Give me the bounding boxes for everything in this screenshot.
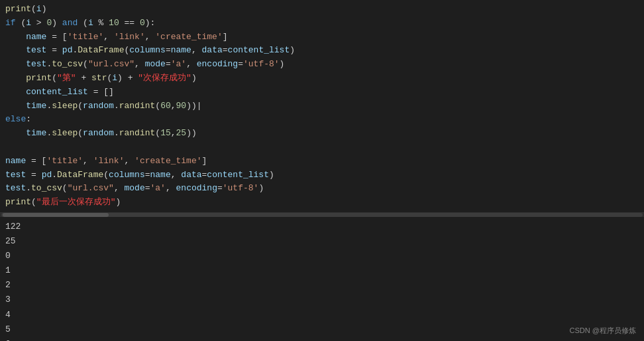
- code-line-8: time.sleep(random.randint(60,90))|: [5, 100, 639, 113]
- code-area: print(i) if (i > 0) and (i % 10 == 0): n…: [0, 0, 644, 213]
- code-line-14: test.to_csv("url.csv", mode='a', encodin…: [5, 182, 639, 196]
- output-area: 122 25 0 1 2 3 4 5 6 7 8 9 10 第10次保存成功 C…: [0, 217, 644, 341]
- output-line-3: 0: [5, 249, 639, 263]
- code-line-3: name = ['title', 'link', 'create_time']: [5, 31, 639, 44]
- watermark: CSDN @程序员修炼: [570, 326, 636, 336]
- code-line-13: test = pd.DataFrame(columns=name, data=c…: [5, 169, 639, 182]
- output-line-6: 3: [5, 293, 639, 307]
- output-line-7: 4: [5, 308, 639, 322]
- code-line-2: if (i > 0) and (i % 10 == 0):: [5, 17, 639, 31]
- code-line-7: content_list = []: [5, 86, 639, 100]
- output-line-5: 2: [5, 278, 639, 293]
- code-line-9: else:: [5, 113, 639, 127]
- output-line-8: 5: [5, 322, 639, 337]
- code-line-4: test = pd.DataFrame(columns=name, data=c…: [5, 44, 639, 58]
- output-line-9: 6: [5, 337, 639, 341]
- code-line-12: name = ['title', 'link', 'create_time']: [5, 155, 639, 169]
- output-line-4: 1: [5, 263, 639, 278]
- code-line-11: [5, 141, 639, 155]
- output-line-1: 122: [5, 220, 639, 234]
- code-line-15: print("最后一次保存成功"): [5, 196, 639, 210]
- code-line-5: test.to_csv("url.csv", mode='a', encodin…: [5, 58, 639, 72]
- code-line-6: print("第" + str(i) + "次保存成功"): [5, 72, 639, 86]
- output-line-2: 25: [5, 234, 639, 249]
- code-line-1: print(i): [5, 3, 639, 17]
- code-line-10: time.sleep(random.randint(15,25)): [5, 127, 639, 141]
